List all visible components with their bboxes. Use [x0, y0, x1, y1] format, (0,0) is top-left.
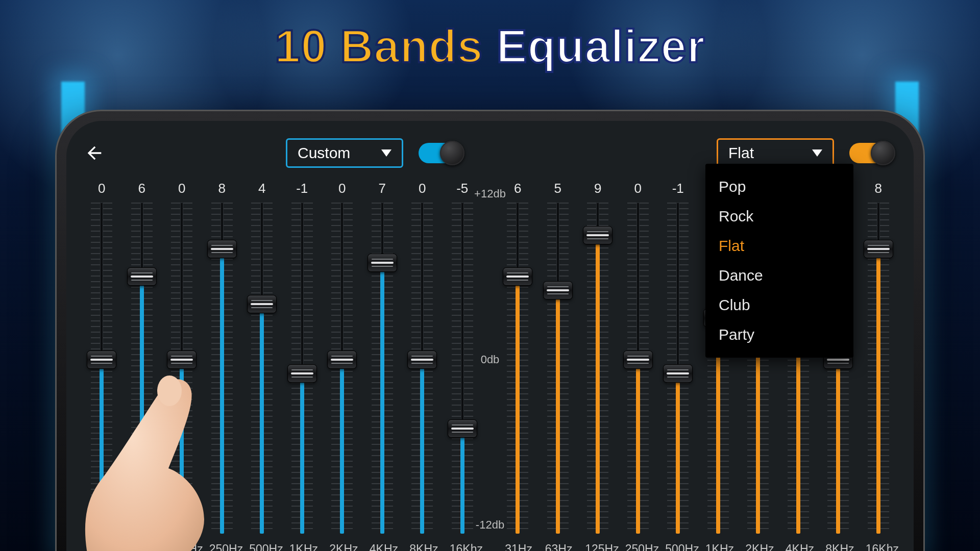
eq-slider[interactable] [585, 203, 610, 534]
eq-slider[interactable] [209, 203, 235, 534]
band-value: 5 [545, 181, 571, 196]
slider-thumb[interactable] [87, 351, 116, 368]
eq-slider[interactable] [129, 203, 155, 534]
band-frequency: 63Hz [545, 542, 571, 552]
slider-thumb[interactable] [408, 351, 436, 368]
slider-fill [796, 327, 800, 534]
slider-fill [516, 285, 520, 534]
band-value: -5 [450, 181, 475, 196]
eq-slider[interactable] [505, 203, 530, 534]
sliders-left [82, 203, 482, 534]
eq-slider[interactable] [89, 203, 114, 534]
preset-menu-item[interactable]: Club [705, 290, 853, 320]
preset-dropdown-left-label: Custom [298, 144, 350, 162]
slider-fill [380, 271, 384, 534]
preset-dropdown-right-label: Flat [728, 144, 754, 162]
arrow-left-icon [84, 143, 105, 163]
band-frequency: 1KHz [705, 542, 731, 552]
slider-thumb[interactable] [544, 282, 572, 299]
slider-thumb[interactable] [864, 240, 893, 258]
eq-slider[interactable] [665, 203, 691, 534]
eq-slider[interactable] [289, 203, 315, 534]
preset-menu-item[interactable]: Flat [705, 231, 853, 261]
slider-thumb[interactable] [503, 268, 532, 285]
slider-thumb[interactable] [128, 268, 156, 285]
band-frequency: 125Hz [169, 542, 194, 552]
slider-thumb[interactable] [448, 420, 477, 437]
slider-fill [676, 382, 680, 534]
slider-fill [180, 368, 184, 534]
toggle-knob [440, 141, 464, 165]
band-value: 8 [866, 181, 891, 196]
toggle-knob [871, 141, 895, 165]
band-frequency: 1KHz [289, 542, 315, 552]
slider-thumb[interactable] [167, 351, 196, 368]
band-frequency: 63Hz [129, 542, 155, 552]
eq-slider[interactable] [409, 203, 435, 534]
band-value: 8 [209, 181, 235, 196]
slider-thumb[interactable] [208, 240, 236, 258]
slider-fill [556, 299, 560, 534]
band-value: 0 [409, 181, 435, 196]
preset-menu-item[interactable]: Dance [705, 261, 853, 290]
band-frequency: 250Hz [625, 542, 651, 552]
band-value: -1 [665, 181, 691, 196]
preset-menu-item[interactable]: Rock [705, 202, 853, 231]
band-value: 0 [89, 181, 114, 196]
band-frequency: 500Hz [249, 542, 275, 552]
band-value: 7 [370, 181, 395, 196]
slider-thumb[interactable] [248, 295, 276, 313]
eq-slider[interactable] [329, 203, 355, 534]
slider-fill [756, 327, 760, 534]
preset-menu-item[interactable]: Pop [705, 172, 853, 202]
band-frequency: 2KHz [329, 542, 355, 552]
hero-highlight: 10 Bands [275, 21, 483, 72]
slider-fill [636, 368, 640, 534]
slider-thumb[interactable] [328, 351, 356, 368]
slider-thumb[interactable] [664, 365, 692, 382]
eq-slider[interactable] [450, 203, 475, 534]
phone-frame: Custom Flat 06084-1070-5 [55, 110, 925, 551]
eq-toggle-left[interactable] [419, 143, 462, 163]
band-frequency: 500Hz [665, 542, 691, 552]
band-frequency: 31Hz [89, 542, 114, 552]
freq-row-left: 31Hz63Hz125Hz250Hz500Hz1KHz2KHz4KHz8KHz1… [82, 538, 482, 551]
back-button[interactable] [82, 140, 107, 166]
slider-thumb[interactable] [583, 227, 612, 244]
eq-slider[interactable] [169, 203, 194, 534]
slider-fill [420, 368, 424, 534]
eq-slider[interactable] [545, 203, 571, 534]
slider-thumb[interactable] [288, 365, 316, 382]
eq-slider[interactable] [249, 203, 275, 534]
band-frequency: 31Hz [505, 542, 530, 552]
slider-fill [300, 382, 304, 534]
band-frequency: 8KHz [409, 542, 435, 552]
band-frequency: 16Khz [866, 542, 891, 552]
app-screen: Custom Flat 06084-1070-5 [66, 121, 914, 551]
slider-fill [836, 368, 840, 534]
hero-rest: Equalizer [497, 21, 705, 72]
preset-dropdown-left[interactable]: Custom [286, 138, 403, 168]
slider-thumb[interactable] [624, 351, 652, 368]
hero-title: 10 Bands Equalizer [0, 20, 980, 73]
band-value: 9 [585, 181, 610, 196]
eq-slider[interactable] [370, 203, 395, 534]
left-controls: Custom [286, 138, 462, 168]
slider-thumb[interactable] [368, 254, 397, 271]
band-value: 0 [169, 181, 194, 196]
values-row-left: 06084-1070-5 [82, 177, 482, 199]
preset-menu: PopRockFlatDanceClubParty [705, 164, 853, 358]
slider-fill [716, 327, 720, 534]
slider-fill [220, 258, 224, 534]
band-value: 4 [249, 181, 275, 196]
band-frequency: 2KHz [745, 542, 771, 552]
eq-toggle-right[interactable] [849, 143, 893, 163]
slider-fill [596, 244, 600, 534]
eq-slider[interactable] [866, 203, 891, 534]
band-frequency: 16Khz [450, 542, 475, 552]
slider-fill [876, 258, 880, 534]
eq-slider[interactable] [625, 203, 651, 534]
preset-menu-item[interactable]: Party [705, 320, 853, 349]
band-value: 0 [625, 181, 651, 196]
band-frequency: 8KHz [825, 542, 851, 552]
